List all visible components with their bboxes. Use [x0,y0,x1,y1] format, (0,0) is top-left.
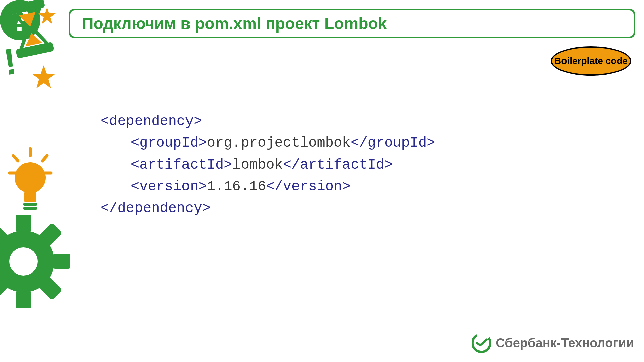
footer-text: Сбербанк-Технологии [496,336,634,350]
svg-point-13 [0,231,54,292]
slide-title: Подключим в pom.xml проект Lombok [82,14,387,33]
svg-rect-12 [23,207,37,210]
svg-rect-11 [23,203,37,206]
svg-rect-20 [0,223,8,246]
svg-rect-21 [39,277,62,300]
decorative-icons-strip: ! ? [0,0,57,362]
svg-rect-1 [18,44,53,57]
svg-rect-18 [39,223,62,246]
svg-rect-14 [16,215,31,233]
exclamation-icon: ! [1,40,19,83]
boilerplate-badge: Boilerplate code [551,46,631,76]
code-block: <dependency> <groupId>org.projectlombok<… [101,111,435,220]
lightbulb-icon [7,147,54,215]
svg-rect-17 [52,254,70,269]
code-line: </dependency> [101,198,435,220]
star-icon [38,7,56,25]
svg-point-22 [9,247,38,276]
code-line: <groupId>org.projectlombok</groupId> [101,132,435,154]
star-icon [31,64,56,90]
svg-point-9 [15,162,46,193]
slide: ! ? [0,0,644,362]
code-line: <version>1.16.16</version> [101,176,435,198]
hourglass-icon [3,0,58,62]
svg-rect-10 [24,192,36,202]
title-bar: Подключим в pom.xml проект Lombok [69,9,635,38]
question-mark-icon: ? [0,0,40,40]
code-line: <dependency> [101,111,435,132]
svg-rect-15 [16,290,31,308]
svg-marker-2 [38,7,56,24]
svg-rect-19 [0,277,8,300]
gear-icon [0,215,70,308]
footer-logo: Сбербанк-Технологии [472,333,634,353]
svg-rect-0 [8,0,43,13]
svg-line-6 [42,156,47,161]
code-line: <artifactId>lombok</artifactId> [101,154,435,176]
svg-marker-3 [32,65,56,88]
svg-line-5 [13,156,18,161]
sberbank-logo-icon [472,333,491,353]
